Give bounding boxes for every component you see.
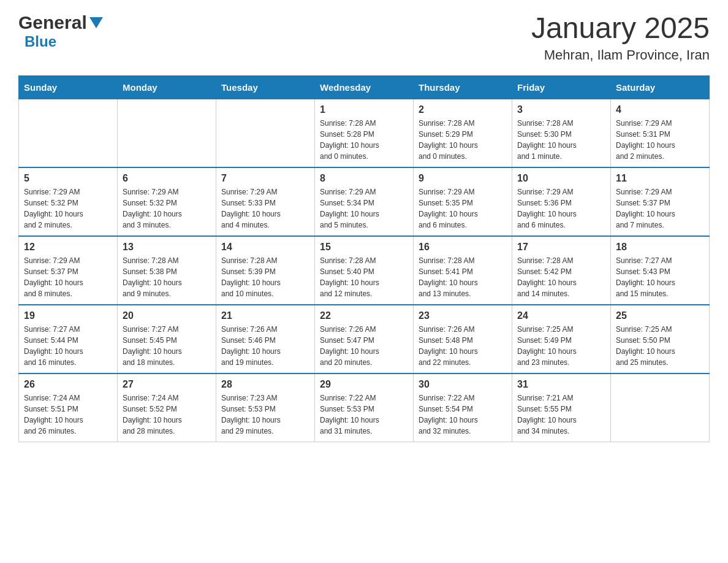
day-number: 27: [123, 379, 211, 390]
day-number: 18: [616, 242, 704, 253]
column-header-wednesday: Wednesday: [315, 75, 414, 99]
day-number: 29: [320, 379, 408, 390]
logo-blue-text: Blue: [25, 33, 56, 50]
svg-marker-0: [89, 17, 103, 28]
calendar-cell: 23Sunrise: 7:26 AMSunset: 5:48 PMDayligh…: [414, 305, 512, 373]
calendar-cell: 6Sunrise: 7:29 AMSunset: 5:32 PMDaylight…: [118, 167, 216, 236]
calendar-cell: 7Sunrise: 7:29 AMSunset: 5:33 PMDaylight…: [216, 167, 315, 236]
day-number: 13: [123, 242, 211, 253]
day-info: Sunrise: 7:27 AMSunset: 5:43 PMDaylight:…: [616, 255, 704, 299]
day-number: 11: [616, 173, 704, 184]
calendar-title: January 2025: [531, 12, 710, 45]
calendar-cell: 26Sunrise: 7:24 AMSunset: 5:51 PMDayligh…: [19, 373, 118, 442]
calendar-cell: 10Sunrise: 7:29 AMSunset: 5:36 PMDayligh…: [512, 167, 611, 236]
calendar-cell: 3Sunrise: 7:28 AMSunset: 5:30 PMDaylight…: [512, 99, 611, 167]
day-info: Sunrise: 7:29 AMSunset: 5:35 PMDaylight:…: [419, 186, 507, 231]
day-number: 12: [24, 242, 112, 253]
column-header-saturday: Saturday: [611, 75, 710, 99]
day-info: Sunrise: 7:29 AMSunset: 5:36 PMDaylight:…: [517, 186, 605, 231]
calendar-cell: 21Sunrise: 7:26 AMSunset: 5:46 PMDayligh…: [216, 305, 315, 373]
day-info: Sunrise: 7:28 AMSunset: 5:28 PMDaylight:…: [320, 118, 408, 162]
logo: General Blue: [18, 12, 103, 50]
column-header-monday: Monday: [118, 75, 216, 99]
calendar-cell: 9Sunrise: 7:29 AMSunset: 5:35 PMDaylight…: [414, 167, 512, 236]
calendar-cell: 30Sunrise: 7:22 AMSunset: 5:54 PMDayligh…: [414, 373, 512, 442]
day-info: Sunrise: 7:29 AMSunset: 5:32 PMDaylight:…: [24, 186, 112, 231]
header-row: SundayMondayTuesdayWednesdayThursdayFrid…: [19, 75, 710, 99]
day-number: 31: [517, 379, 605, 390]
calendar-cell: 25Sunrise: 7:25 AMSunset: 5:50 PMDayligh…: [611, 305, 710, 373]
day-info: Sunrise: 7:29 AMSunset: 5:33 PMDaylight:…: [221, 186, 309, 231]
page-header: General Blue January 2025 Mehran, Ilam P…: [18, 12, 710, 63]
day-info: Sunrise: 7:25 AMSunset: 5:49 PMDaylight:…: [517, 324, 605, 368]
calendar-cell: 27Sunrise: 7:24 AMSunset: 5:52 PMDayligh…: [118, 373, 216, 442]
calendar-cell: 12Sunrise: 7:29 AMSunset: 5:37 PMDayligh…: [19, 236, 118, 305]
day-number: 20: [123, 310, 211, 321]
calendar-cell: 20Sunrise: 7:27 AMSunset: 5:45 PMDayligh…: [118, 305, 216, 373]
day-number: 16: [419, 242, 507, 253]
logo-triangle-icon: [89, 17, 103, 31]
day-number: 23: [419, 310, 507, 321]
day-info: Sunrise: 7:29 AMSunset: 5:31 PMDaylight:…: [616, 118, 704, 162]
calendar-cell: 16Sunrise: 7:28 AMSunset: 5:41 PMDayligh…: [414, 236, 512, 305]
day-info: Sunrise: 7:28 AMSunset: 5:29 PMDaylight:…: [419, 118, 507, 162]
week-row-1: 1Sunrise: 7:28 AMSunset: 5:28 PMDaylight…: [19, 99, 710, 167]
calendar-cell: 17Sunrise: 7:28 AMSunset: 5:42 PMDayligh…: [512, 236, 611, 305]
week-row-3: 12Sunrise: 7:29 AMSunset: 5:37 PMDayligh…: [19, 236, 710, 305]
day-info: Sunrise: 7:22 AMSunset: 5:53 PMDaylight:…: [320, 393, 408, 437]
calendar-table: SundayMondayTuesdayWednesdayThursdayFrid…: [18, 75, 710, 442]
day-info: Sunrise: 7:28 AMSunset: 5:38 PMDaylight:…: [123, 255, 211, 299]
day-info: Sunrise: 7:29 AMSunset: 5:32 PMDaylight:…: [123, 186, 211, 231]
day-number: 19: [24, 310, 112, 321]
calendar-cell: 28Sunrise: 7:23 AMSunset: 5:53 PMDayligh…: [216, 373, 315, 442]
day-info: Sunrise: 7:24 AMSunset: 5:51 PMDaylight:…: [24, 393, 112, 437]
calendar-cell: 1Sunrise: 7:28 AMSunset: 5:28 PMDaylight…: [315, 99, 414, 167]
calendar-cell: [216, 99, 315, 167]
calendar-cell: 22Sunrise: 7:26 AMSunset: 5:47 PMDayligh…: [315, 305, 414, 373]
calendar-cell: 29Sunrise: 7:22 AMSunset: 5:53 PMDayligh…: [315, 373, 414, 442]
day-number: 2: [419, 104, 507, 115]
day-number: 26: [24, 379, 112, 390]
calendar-cell: 11Sunrise: 7:29 AMSunset: 5:37 PMDayligh…: [611, 167, 710, 236]
logo-general-text: General: [18, 12, 87, 33]
day-info: Sunrise: 7:26 AMSunset: 5:48 PMDaylight:…: [419, 324, 507, 368]
day-number: 3: [517, 104, 605, 115]
week-row-2: 5Sunrise: 7:29 AMSunset: 5:32 PMDaylight…: [19, 167, 710, 236]
day-info: Sunrise: 7:28 AMSunset: 5:42 PMDaylight:…: [517, 255, 605, 299]
day-number: 28: [221, 379, 309, 390]
day-info: Sunrise: 7:28 AMSunset: 5:40 PMDaylight:…: [320, 255, 408, 299]
day-number: 6: [123, 173, 211, 184]
day-number: 25: [616, 310, 704, 321]
day-info: Sunrise: 7:29 AMSunset: 5:37 PMDaylight:…: [616, 186, 704, 231]
week-row-4: 19Sunrise: 7:27 AMSunset: 5:44 PMDayligh…: [19, 305, 710, 373]
week-row-5: 26Sunrise: 7:24 AMSunset: 5:51 PMDayligh…: [19, 373, 710, 442]
calendar-cell: [19, 99, 118, 167]
day-info: Sunrise: 7:21 AMSunset: 5:55 PMDaylight:…: [517, 393, 605, 437]
calendar-subtitle: Mehran, Ilam Province, Iran: [531, 47, 710, 63]
day-info: Sunrise: 7:25 AMSunset: 5:50 PMDaylight:…: [616, 324, 704, 368]
calendar-cell: 2Sunrise: 7:28 AMSunset: 5:29 PMDaylight…: [414, 99, 512, 167]
day-number: 17: [517, 242, 605, 253]
column-header-friday: Friday: [512, 75, 611, 99]
calendar-cell: 14Sunrise: 7:28 AMSunset: 5:39 PMDayligh…: [216, 236, 315, 305]
day-number: 7: [221, 173, 309, 184]
day-info: Sunrise: 7:28 AMSunset: 5:30 PMDaylight:…: [517, 118, 605, 162]
day-number: 30: [419, 379, 507, 390]
day-number: 15: [320, 242, 408, 253]
day-info: Sunrise: 7:26 AMSunset: 5:46 PMDaylight:…: [221, 324, 309, 368]
day-info: Sunrise: 7:29 AMSunset: 5:37 PMDaylight:…: [24, 255, 112, 299]
calendar-cell: 5Sunrise: 7:29 AMSunset: 5:32 PMDaylight…: [19, 167, 118, 236]
day-info: Sunrise: 7:28 AMSunset: 5:41 PMDaylight:…: [419, 255, 507, 299]
day-number: 4: [616, 104, 704, 115]
day-number: 22: [320, 310, 408, 321]
day-info: Sunrise: 7:24 AMSunset: 5:52 PMDaylight:…: [123, 393, 211, 437]
day-info: Sunrise: 7:22 AMSunset: 5:54 PMDaylight:…: [419, 393, 507, 437]
calendar-body: 1Sunrise: 7:28 AMSunset: 5:28 PMDaylight…: [19, 99, 710, 442]
day-number: 5: [24, 173, 112, 184]
calendar-cell: 19Sunrise: 7:27 AMSunset: 5:44 PMDayligh…: [19, 305, 118, 373]
column-header-tuesday: Tuesday: [216, 75, 315, 99]
day-info: Sunrise: 7:23 AMSunset: 5:53 PMDaylight:…: [221, 393, 309, 437]
title-block: January 2025 Mehran, Ilam Province, Iran: [531, 12, 710, 63]
day-number: 24: [517, 310, 605, 321]
calendar-cell: 15Sunrise: 7:28 AMSunset: 5:40 PMDayligh…: [315, 236, 414, 305]
